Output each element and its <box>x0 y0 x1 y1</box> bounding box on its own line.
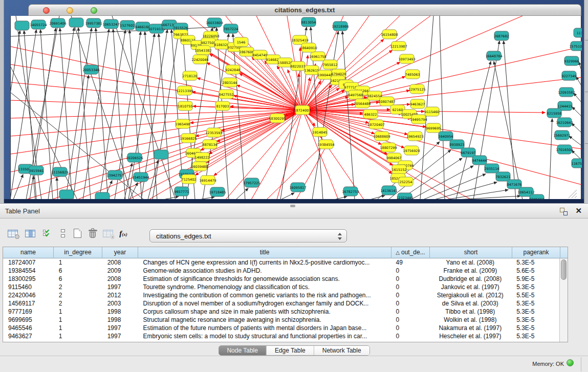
table-row[interactable]: 1830029562008Estimation of significance … <box>3 275 559 283</box>
cell-name[interactable]: 14569117 <box>3 299 54 308</box>
node[interactable] <box>69 18 83 27</box>
node[interactable]: 16782753 <box>342 187 359 196</box>
cell-in_degree[interactable]: 2 <box>54 299 102 308</box>
node[interactable]: 15751074 <box>569 41 582 51</box>
node[interactable]: 9657771 <box>175 187 189 196</box>
node[interactable]: 1167534 <box>572 159 582 168</box>
show-columns-button[interactable] <box>24 227 37 240</box>
black-edge[interactable] <box>124 163 132 200</box>
cell-year[interactable]: 2009 <box>102 267 138 275</box>
resize-grip-icon[interactable] <box>572 193 577 198</box>
selected-node[interactable]: 817003 <box>215 101 230 111</box>
selected-node[interactable]: 12353593 <box>205 128 222 137</box>
selected-node[interactable]: 1990448 <box>318 70 333 79</box>
cell-short[interactable]: Jankovic et al. (1997) <box>429 283 511 291</box>
cell-name[interactable]: 9465546 <box>3 324 54 332</box>
cell-title[interactable]: Structural magnetic resonance image aver… <box>138 316 391 324</box>
node[interactable]: 19218986 <box>332 21 349 31</box>
function-builder-button[interactable]: f(x) <box>117 227 130 240</box>
cell-out_de[interactable]: 0 <box>391 283 429 291</box>
selected-node[interactable]: 18720407 <box>367 120 384 129</box>
selected-node[interactable]: 19384554 <box>317 140 334 149</box>
cell-name[interactable]: 19384554 <box>3 267 54 275</box>
black-edge[interactable] <box>579 62 582 72</box>
black-edge[interactable] <box>572 123 582 133</box>
selected-node[interactable]: 19654923 <box>406 132 423 141</box>
selected-node[interactable]: 2867608 <box>239 47 254 56</box>
cell-out_de[interactable]: 0 <box>391 299 429 308</box>
node[interactable]: 2687682 <box>494 31 509 40</box>
cell-in_degree[interactable]: 6 <box>54 267 102 275</box>
node[interactable]: 3915941 <box>29 166 44 175</box>
resize-grip-icon[interactable] <box>575 196 577 198</box>
selected-node[interactable]: 18640910 <box>300 43 317 52</box>
cell-year[interactable]: 1997 <box>102 332 138 340</box>
column-header-name[interactable]: name <box>3 247 54 258</box>
black-edge[interactable] <box>574 93 582 103</box>
cell-out_de[interactable]: 0 <box>391 316 429 324</box>
node[interactable]: 16210643 <box>556 118 573 127</box>
selected-node[interactable]: 10688609 <box>373 132 390 141</box>
cell-short[interactable]: Wolkin et al. (1998) <box>429 316 511 324</box>
selected-node[interactable]: 6497568 <box>349 90 363 99</box>
cell-name[interactable]: 9463627 <box>3 332 54 340</box>
cell-pagerank[interactable]: 5.3E-5 <box>511 258 559 267</box>
black-edge[interactable] <box>572 107 582 117</box>
cell-out_de[interactable]: 0 <box>391 324 429 332</box>
cell-pagerank[interactable]: 5.9E-5 <box>511 275 559 283</box>
node[interactable]: 1527602 <box>120 20 135 30</box>
black-edge[interactable] <box>159 34 171 200</box>
black-edge[interactable] <box>153 33 179 200</box>
black-edge[interactable] <box>11 93 144 200</box>
node[interactable]: 14136141 <box>380 186 397 195</box>
cell-short[interactable]: Nakamura et al. (1997) <box>429 324 511 332</box>
cell-pagerank[interactable]: 5.3E-5 <box>511 283 559 291</box>
selected-node[interactable]: 9242848 <box>226 65 241 74</box>
node[interactable]: 19957381 <box>85 18 102 28</box>
table-panel-header[interactable]: Table Panel ✕ <box>0 203 588 218</box>
node[interactable]: 13942757 <box>106 170 123 180</box>
node[interactable] <box>95 192 110 200</box>
cell-in_degree[interactable]: 2 <box>54 283 102 291</box>
node[interactable]: 14055724 <box>30 20 47 29</box>
cell-year[interactable]: 2008 <box>102 258 138 267</box>
red-edge[interactable] <box>302 110 582 185</box>
black-edge[interactable] <box>236 188 248 200</box>
node[interactable]: 8938923 <box>450 140 465 149</box>
node[interactable]: 16648784 <box>485 51 502 60</box>
node[interactable] <box>59 190 74 199</box>
node[interactable]: 7857224 <box>224 24 238 33</box>
table-row[interactable]: 946362711997Embryonic stem cells: a mode… <box>3 332 559 340</box>
selected-node[interactable]: 12213399 <box>176 86 193 95</box>
table-settings-button[interactable] <box>6 227 19 240</box>
node[interactable]: 12093582 <box>558 87 575 97</box>
node[interactable]: 20206526 <box>126 153 143 162</box>
node-table[interactable]: namein_degreeyeartitle△out_de...shortpag… <box>3 247 568 342</box>
table-row[interactable]: 1456911722003Disruption of a novel membe… <box>3 299 559 308</box>
column-header-out_de[interactable]: △out_de... <box>391 247 430 258</box>
cell-name[interactable]: 18300295 <box>3 275 54 283</box>
delete-table-button[interactable]: x <box>101 227 115 240</box>
selected-node[interactable]: 7955812 <box>323 60 338 69</box>
cell-out_de[interactable]: 0 <box>391 267 429 275</box>
cell-name[interactable]: 9777169 <box>3 308 54 316</box>
cell-title[interactable]: Disruption of a novel member of a sodium… <box>138 299 391 308</box>
selected-node[interactable]: 12975125 <box>408 84 425 94</box>
selected-node[interactable]: 2803144 <box>223 78 237 87</box>
row-mode-button[interactable] <box>56 227 70 240</box>
red-edge[interactable] <box>11 100 302 110</box>
cell-title[interactable]: Genome-wide association studies in ADHD. <box>138 267 391 275</box>
cell-out_de[interactable]: 0 <box>391 275 429 283</box>
selected-node[interactable]: 19166825 <box>180 134 197 143</box>
cell-short[interactable]: Stergiakouli et al. (2012) <box>429 291 511 299</box>
desktop-right-gutter[interactable] <box>584 0 588 203</box>
column-header-title[interactable]: title <box>138 247 391 258</box>
node[interactable]: 15692971 <box>553 130 570 140</box>
selected-node[interactable]: 19495794 <box>410 115 427 124</box>
selected-node[interactable]: 8454749 <box>253 50 268 59</box>
column-header-year[interactable]: year <box>102 247 138 258</box>
node[interactable]: 15451944 <box>132 172 149 182</box>
cell-name[interactable]: 9699695 <box>3 316 54 324</box>
node[interactable]: 16033809 <box>206 18 223 27</box>
table-select-dropdown[interactable]: citations_edges.txt <box>149 229 347 243</box>
